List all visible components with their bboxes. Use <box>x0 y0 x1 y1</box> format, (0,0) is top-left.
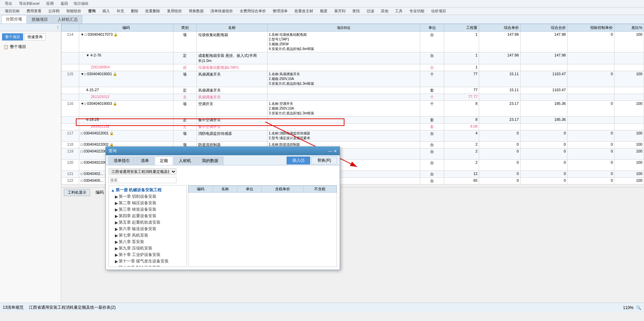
expand-icon: ▲ <box>111 188 115 193</box>
row-num: 117 <box>62 130 79 142</box>
row-type: 项 <box>173 101 197 117</box>
dialog-title: 查询 — ✕ <box>106 147 340 155</box>
row-price: 0 <box>479 142 520 148</box>
col-control: 招标控制单价 <box>567 24 614 32</box>
tree-item-7[interactable]: ▶ 第七章 风机安装 <box>110 232 185 239</box>
table-row[interactable]: 261101012 主 风扇调速开关 个 77.77 <box>62 94 644 101</box>
tree-item-label: 第八章 泵安装 <box>119 239 144 245</box>
menu-other[interactable]: 其他 <box>378 8 391 14</box>
tree-item-4[interactable]: ▶ 第四章 起重设备安装 <box>110 213 185 219</box>
row-qty: 2 <box>444 142 479 148</box>
menu-project-goal[interactable]: 项目目标 <box>2 8 22 14</box>
table-row[interactable]: 26330113Z 主 集中空调开关 套 8.08 <box>62 124 644 130</box>
tree-item-8[interactable]: ▶ 第八章 泵安装 <box>110 239 185 245</box>
row-total: 185.36 <box>520 117 567 124</box>
toolbar-export-excel[interactable]: 导出到Excel <box>16 0 42 7</box>
zoom-icon[interactable]: 🔍 <box>636 305 641 310</box>
row-unit: 台 <box>420 171 444 178</box>
menu-find[interactable]: 查找 <box>350 8 362 14</box>
toolbar-apply[interactable]: 应用 <box>44 0 56 7</box>
row-total: 147.98 <box>520 52 567 64</box>
left-tab-quick[interactable]: 快速查询 <box>24 33 46 41</box>
tree-item-9[interactable]: ▶ 第九章 压缩机安装 <box>110 245 185 252</box>
row-unit: 台 <box>420 148 444 160</box>
row-control: 0 <box>567 71 614 87</box>
tree-item-6[interactable]: ▶ 第六章 输送设备安装 <box>110 226 185 232</box>
left-tab-all[interactable]: 整个项目 <box>2 33 23 41</box>
results-panel[interactable]: 编码 名称 单位 含税单价 不含税 <box>188 185 337 267</box>
row-qty: 2 <box>444 160 479 171</box>
table-row[interactable]: 4-15-27 定 风扇调速开关 套 77 15.11 1163.47 <box>62 87 644 94</box>
dialog-search-input[interactable] <box>108 177 176 183</box>
dialog-tab-quota[interactable]: 定额 <box>155 157 173 165</box>
dialog-tab-labor[interactable]: 人材机 <box>174 157 196 165</box>
row-unit: 个 <box>420 94 444 101</box>
menu-sort[interactable]: 整理清单 <box>270 8 290 14</box>
menu-query[interactable]: 查询 <box>85 8 98 14</box>
menu-professional[interactable]: 专业功能 <box>407 8 427 14</box>
results-col-name: 名称 <box>213 186 237 193</box>
tree-item-5[interactable]: ▶ 第五章 起重机轨道安装 <box>110 219 185 226</box>
dialog-quota-select[interactable]: 江西省通用安装工程消耗量定额及统一基价表( <box>108 168 176 175</box>
menu-filter[interactable]: 过滤 <box>364 8 377 14</box>
row-total: 0 <box>520 148 567 160</box>
row-qty: 4 <box>444 130 479 142</box>
tree-item-10[interactable]: ▶ 第十章 工业炉设备安装 <box>110 252 185 258</box>
table-row[interactable]: 116 ▼□ 030404019003 🔒 项 空调开关 1.名称:空调开关2.… <box>62 101 644 117</box>
dialog-tab-list[interactable]: 清单 <box>136 157 154 165</box>
dialog-replace-btn[interactable]: 替换(R) <box>311 157 337 164</box>
arrow-icon: ▶ <box>115 233 118 238</box>
tree-item-2[interactable]: ▶ 第二章 锅压设备安装 <box>110 200 185 206</box>
table-row[interactable]: 115 ▼□ 030404019001 🔒 项 风扇调速开关 1.名称:风扇调速… <box>62 71 644 87</box>
tree-panel[interactable]: ▲ 第一册 机械设备安装工程 ▶ 第一章 切削设备安装 ▶ 第二章 锅压设备安装… <box>108 185 187 267</box>
query-dialog[interactable]: 查询 — ✕ 清单指引 清单 定额 人材机 我的数据 插入(I) 替换(R) 江… <box>105 146 340 270</box>
menu-delete[interactable]: 删除 <box>128 8 141 14</box>
tab-labor[interactable]: 人材机汇总 <box>53 15 82 23</box>
table-row[interactable]: ▼ 4-2-76 定 成套配电箱安装 悬挂、嵌入式(半周长)1.0m 台 1 1… <box>62 52 644 64</box>
menu-batch-material[interactable]: 批量改主材 <box>292 8 316 14</box>
table-row[interactable]: 114 ▼□ 030404017073 🔒 项 垃圾收集站配电箱 1.名称:垃圾… <box>62 32 644 52</box>
table-row[interactable]: 4-15-25 定 集中空调开关 套 8 23.17 185.36 <box>62 117 644 124</box>
menu-batch-delete[interactable]: 批量删除 <box>142 8 163 14</box>
menu-full-price[interactable]: 全费用综合单价 <box>237 8 269 14</box>
menu-cloud[interactable]: 云存档 <box>46 8 62 14</box>
table-row[interactable]: 117 □ 030404022001 🔒 项 消防电源监控传感器 1.名称:消防… <box>62 130 644 142</box>
dialog-insert-btn[interactable]: 插入(I) <box>287 157 310 164</box>
tab-measures[interactable]: 措施项目 <box>27 15 52 23</box>
tree-item-label: 第十一章 煤气发生设备安装 <box>119 258 169 264</box>
workpiece-display-btn[interactable]: 工料机显示 <box>64 189 90 196</box>
menu-replace[interactable]: 替换数据 <box>186 8 206 14</box>
row-name: 垃圾收集站配电箱LTAP1 <box>197 64 267 71</box>
menu-quick-price[interactable]: 清单快速组价 <box>208 8 236 14</box>
row-name: 成套配电箱安装 悬挂、嵌入式(半周长)1.0m <box>197 52 267 64</box>
menu-fee-view[interactable]: 费用查看 <box>24 8 44 14</box>
tree-item-12[interactable]: ▶ 第十二章 制冷设备安装 <box>110 264 185 267</box>
tree-item-1[interactable]: ▶ 第一章 切削设备安装 <box>110 193 185 200</box>
dialog-tab-mydata[interactable]: 我的数据 <box>197 157 223 165</box>
table-row[interactable]: Z00168954 设 垃圾收集站配电箱LTAP1 台 1 <box>62 64 644 71</box>
row-diff <box>614 52 644 64</box>
menu-supplement[interactable]: 补充 <box>114 8 127 14</box>
tab-section[interactable]: 分部分项 <box>1 15 27 23</box>
menu-insert[interactable]: 插入 <box>100 8 113 14</box>
toolbar-export[interactable]: 导出 <box>2 0 15 7</box>
menu-tools[interactable]: 工具 <box>392 8 405 14</box>
row-unit: 台 <box>420 32 444 52</box>
menu-expand[interactable]: 展开到 <box>332 8 348 14</box>
menu-smart-price[interactable]: 智能组价 <box>64 8 84 14</box>
col-code[interactable]: 编码 <box>79 24 173 32</box>
tree-item-all[interactable]: 📋 整个项目 <box>2 43 59 50</box>
toolbar-return[interactable]: 返回 <box>58 0 71 7</box>
dialog-minimize-btn[interactable]: — <box>328 149 332 154</box>
arrow-icon: ▶ <box>115 227 118 231</box>
menu-quota[interactable]: 额度 <box>317 8 330 14</box>
row-num: 121 <box>62 171 79 178</box>
tree-item-11[interactable]: ▶ 第十一章 煤气发生设备安装 <box>110 258 185 264</box>
tree-item-0[interactable]: ▲ 第一册 机械设备安装工程 <box>110 187 185 193</box>
tree-item-3[interactable]: ▶ 第三章 铸造设备安装 <box>110 206 185 213</box>
menu-estimate[interactable]: 估价项目 <box>428 8 449 14</box>
dialog-close-btn[interactable]: ✕ <box>334 149 337 154</box>
dialog-tab-guide[interactable]: 清单指引 <box>108 157 135 165</box>
menu-reuse[interactable]: 复用组价 <box>164 8 185 14</box>
collapse-btn[interactable]: 《 <box>0 24 61 31</box>
